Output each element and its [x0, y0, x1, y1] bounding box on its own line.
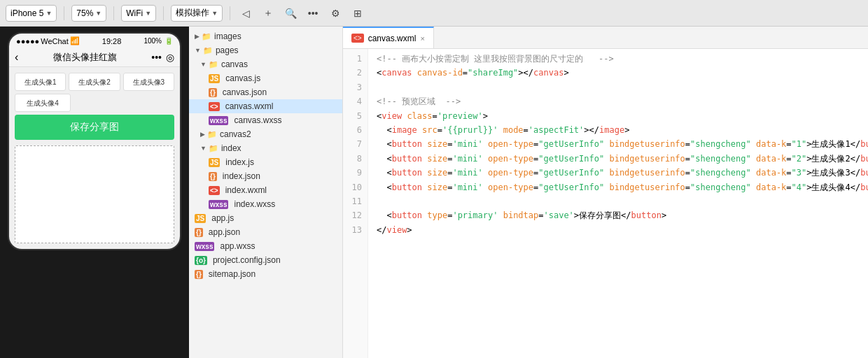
tree-item-index-wxss[interactable]: wxss index.wxss [189, 197, 342, 211]
editor-tab-bar: <> canvas.wxml × [343, 27, 868, 49]
device-selector[interactable]: iPhone 5 ▼ [6, 5, 57, 22]
tree-item-index-json[interactable]: {} index.json [189, 169, 342, 183]
tab-close-icon[interactable]: × [420, 34, 424, 43]
collapse-arrow-icon: ▼ [200, 61, 206, 68]
tree-item-sitemap[interactable]: {} sitemap.json [189, 267, 342, 281]
action-label: 模拟操作 [176, 7, 209, 19]
tree-item-pages[interactable]: ▼ 📁 pages [189, 43, 342, 57]
gen-avatar-3-button[interactable]: 生成头像3 [123, 73, 174, 91]
tree-label-index: index [221, 143, 241, 153]
code-line: <button type='primary' bindtap='save'>保存… [377, 208, 860, 222]
network-chevron-icon: ▼ [145, 10, 151, 17]
tree-label-canvas: canvas [221, 59, 248, 69]
main-area: ●●●●● WeChat 📶 19:28 100% 🔋 ‹ 微信头像挂红旗 ••… [0, 27, 868, 358]
tree-label-app-json: app.json [209, 227, 240, 237]
wxml-file-icon: <> [209, 102, 220, 111]
collapse-arrow-icon: ▼ [200, 145, 206, 152]
tab-wxml-icon: <> [351, 34, 364, 43]
code-line: <button size='mini' open-type="getUserIn… [377, 166, 860, 180]
button-row-1: 生成头像1 生成头像2 生成头像3 [15, 73, 174, 91]
line-number: 5 [349, 109, 362, 123]
json-file-icon: {} [195, 228, 203, 237]
tree-label-canvas2: canvas2 [220, 129, 251, 139]
code-line: <canvas canvas-id="shareImg"></canvas> [377, 66, 860, 80]
tree-label-index-wxss: index.wxss [234, 199, 275, 209]
zoom-selector[interactable]: 75% ▼ [71, 5, 106, 22]
settings-icon[interactable]: ⚙ [327, 5, 344, 22]
tree-label-index-wxml: index.wxml [225, 185, 267, 195]
folder-icon: 📁 [203, 46, 213, 55]
line-number: 4 [349, 94, 362, 108]
battery-area: 100% 🔋 [144, 37, 173, 45]
wxss-file-icon: wxss [209, 116, 228, 125]
tab-label: canvas.wxml [368, 34, 416, 43]
line-numbers: 12345678910111213 [343, 49, 368, 358]
line-number: 2 [349, 66, 362, 80]
tree-label-index-js: index.js [225, 157, 254, 167]
tree-item-index[interactable]: ▼ 📁 index [189, 141, 342, 155]
gen-avatar-1-button[interactable]: 生成头像1 [15, 73, 66, 91]
tree-item-app-wxss[interactable]: wxss app.wxss [189, 239, 342, 253]
page-title: 微信头像挂红旗 [18, 51, 151, 64]
more-dots-icon[interactable]: ••• [151, 52, 162, 63]
json-file-icon: {} [209, 172, 217, 181]
tree-item-canvas-wxss[interactable]: wxss canvas.wxss [189, 113, 342, 127]
tree-item-canvas2[interactable]: ▶ 📁 canvas2 [189, 127, 342, 141]
tree-label-canvas-js: canvas.js [225, 73, 260, 83]
phone-preview: ●●●●● WeChat 📶 19:28 100% 🔋 ‹ 微信头像挂红旗 ••… [0, 27, 189, 358]
device-chevron-icon: ▼ [46, 10, 52, 17]
line-number: 13 [349, 223, 362, 237]
record-icon[interactable]: ◎ [166, 52, 174, 63]
json-file-icon: {} [195, 270, 203, 279]
folder-icon: 📁 [209, 60, 218, 69]
code-content[interactable]: <!-- 画布大小按需定制 这里我按照背景图的尺寸定的 --><canvas c… [368, 49, 868, 358]
tree-item-index-wxml[interactable]: <> index.wxml [189, 183, 342, 197]
tree-item-canvas-json[interactable]: {} canvas.json [189, 85, 342, 99]
network-selector[interactable]: WiFi ▼ [121, 5, 156, 22]
search-icon[interactable]: 🔍 [282, 5, 299, 22]
tree-item-app-js[interactable]: JS app.js [189, 211, 342, 225]
compile-icon[interactable]: ⊞ [349, 5, 366, 22]
save-share-image-button[interactable]: 保存分享图 [15, 115, 174, 140]
code-line [377, 80, 860, 94]
tree-label-app-wxss: app.wxss [220, 241, 255, 251]
code-line: <button size='mini' open-type="getUserIn… [377, 180, 860, 194]
tree-label-pages: pages [216, 45, 239, 55]
tree-item-images[interactable]: ▶ 📁 images [189, 29, 342, 43]
tree-item-project-config[interactable]: {o} project.config.json [189, 253, 342, 267]
phone-content: 生成头像1 生成头像2 生成头像3 生成头像4 保存分享图 [9, 67, 180, 249]
zoom-chevron-icon: ▼ [95, 10, 102, 17]
action-chevron-icon: ▼ [211, 10, 218, 17]
folder-icon: 📁 [209, 144, 218, 153]
line-number: 10 [349, 180, 362, 194]
tree-label-canvas-wxml: canvas.wxml [225, 101, 274, 111]
js-file-icon: JS [195, 214, 206, 223]
gen-avatar-4-button[interactable]: 生成头像4 [15, 94, 71, 112]
line-number: 11 [349, 194, 362, 208]
tree-item-canvas[interactable]: ▼ 📁 canvas [189, 57, 342, 71]
line-number: 3 [349, 80, 362, 94]
code-line: <!-- 预览区域 --> [377, 94, 860, 108]
tree-label-index-json: index.json [223, 171, 260, 181]
tab-canvas-wxml[interactable]: <> canvas.wxml × [343, 27, 434, 48]
more-icon[interactable]: ••• [304, 5, 321, 22]
tree-item-index-js[interactable]: JS index.js [189, 155, 342, 169]
tree-label-canvas-json: canvas.json [223, 87, 267, 97]
line-number: 1 [349, 52, 362, 66]
collapse-arrow-icon: ▶ [195, 33, 200, 40]
line-number: 12 [349, 208, 362, 222]
tree-item-app-json[interactable]: {} app.json [189, 225, 342, 239]
tree-item-canvas-wxml[interactable]: <> canvas.wxml [189, 99, 342, 113]
line-number: 9 [349, 166, 362, 180]
gen-avatar-2-button[interactable]: 生成头像2 [69, 73, 120, 91]
wechat-nav-bar: ‹ 微信头像挂红旗 ••• ◎ [9, 48, 180, 67]
divider-4 [230, 6, 230, 20]
add-icon[interactable]: ＋ [260, 5, 276, 22]
back-icon[interactable]: ◁ [237, 5, 254, 22]
code-line [377, 194, 860, 208]
code-editor: <> canvas.wxml × 12345678910111213 <!-- … [343, 27, 868, 358]
action-selector[interactable]: 模拟操作 ▼ [171, 5, 223, 22]
tree-item-canvas-js[interactable]: JS canvas.js [189, 71, 342, 85]
file-tree-panel: ▶ 📁 images ▼ 📁 pages ▼ 📁 canvas JS canva… [189, 27, 343, 358]
wifi-icon: 📶 [70, 36, 80, 45]
